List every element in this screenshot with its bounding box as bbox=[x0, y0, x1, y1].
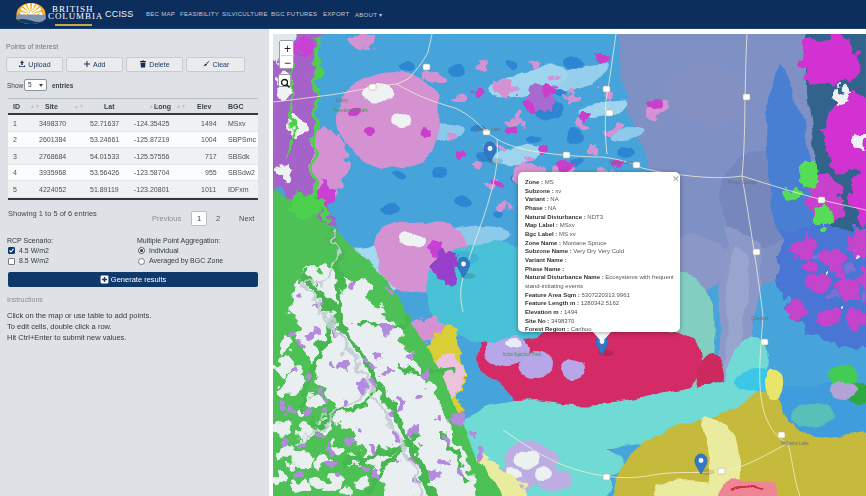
svg-text:Fraser Lake: Fraser Lake bbox=[609, 160, 634, 165]
svg-text:Tweedsmuir Park: Tweedsmuir Park bbox=[333, 108, 369, 113]
svg-text:Quesnel: Quesnel bbox=[751, 316, 768, 321]
svg-text:Prince George: Prince George bbox=[728, 180, 758, 185]
svg-text:Williams Lake: Williams Lake bbox=[781, 441, 809, 446]
svg-text:Itcha Ilgachuz Park: Itcha Ilgachuz Park bbox=[503, 352, 542, 357]
svg-text:Burns Lake: Burns Lake bbox=[478, 127, 501, 132]
svg-text:Topley: Topley bbox=[335, 98, 349, 103]
